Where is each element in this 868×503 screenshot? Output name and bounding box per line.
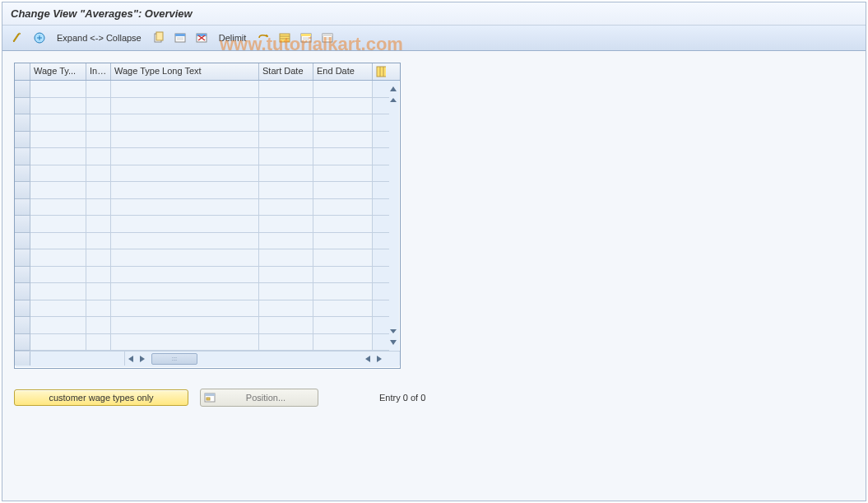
scroll-page-up-icon[interactable] (388, 94, 398, 104)
table-row[interactable] (15, 132, 400, 149)
svg-marker-29 (128, 356, 133, 362)
table-row[interactable] (15, 233, 400, 250)
expand-collapse-label[interactable]: Expand <-> Collapse (52, 33, 146, 43)
scroll-left-start-icon[interactable] (126, 354, 136, 364)
table-row[interactable] (15, 300, 400, 318)
table-row[interactable] (15, 249, 400, 267)
svg-rect-4 (175, 34, 185, 36)
scroll-left-icon[interactable] (137, 354, 147, 364)
scroll-right-end-icon[interactable] (374, 354, 384, 364)
svg-rect-15 (301, 34, 311, 36)
svg-marker-27 (390, 329, 397, 333)
col-header-start-date[interactable]: Start Date (259, 63, 313, 80)
customer-wage-types-button[interactable]: customer wage types only (14, 389, 188, 406)
svg-rect-22 (377, 67, 386, 77)
copy-icon[interactable] (150, 30, 168, 45)
grid-header-row: Wage Ty... Inf... Wage Type Long Text St… (15, 63, 400, 81)
scroll-right-icon[interactable] (363, 354, 373, 364)
position-button-label: Position... (220, 393, 311, 403)
col-header-inf[interactable]: Inf... (86, 63, 111, 80)
table-row[interactable] (15, 81, 400, 98)
page-title: Change View "Averages": Overview (2, 2, 866, 26)
undo-change-icon[interactable] (254, 30, 272, 45)
table-row[interactable] (15, 182, 400, 199)
table-row[interactable] (15, 334, 400, 352)
deselect-all-icon[interactable] (318, 30, 337, 45)
grid-body (15, 81, 400, 351)
new-entries-icon[interactable] (171, 30, 189, 45)
svg-marker-25 (390, 86, 397, 91)
configure-columns-icon[interactable] (373, 63, 389, 80)
other-view-icon[interactable] (30, 30, 49, 45)
delimit-label[interactable]: Delimit (214, 33, 252, 43)
table-row[interactable] (15, 283, 400, 300)
horizontal-scrollbar[interactable]: ::: (15, 351, 400, 366)
hscroll-thumb[interactable]: ::: (151, 353, 197, 365)
delete-icon[interactable] (193, 30, 211, 45)
svg-rect-11 (280, 34, 290, 42)
svg-marker-31 (365, 356, 370, 362)
svg-rect-2 (156, 32, 163, 40)
table-row[interactable] (15, 267, 400, 284)
svg-rect-34 (205, 394, 215, 396)
scroll-down-icon[interactable] (388, 338, 398, 347)
bottom-action-row: customer wage types only Position... Ent… (14, 389, 854, 407)
col-header-end-date[interactable]: End Date (313, 63, 373, 80)
scroll-page-down-icon[interactable] (388, 328, 398, 338)
content-area: Wage Ty... Inf... Wage Type Long Text St… (2, 51, 866, 418)
table-row[interactable] (15, 165, 400, 183)
table-row[interactable] (15, 98, 400, 115)
col-header-wage-type[interactable]: Wage Ty... (30, 63, 86, 80)
grid-select-all-corner[interactable] (15, 63, 30, 80)
table-row[interactable] (15, 216, 400, 233)
scroll-up-icon[interactable] (388, 84, 398, 94)
col-header-long-text[interactable]: Wage Type Long Text (111, 63, 259, 80)
table-row[interactable] (15, 114, 400, 132)
position-button[interactable]: Position... (200, 389, 318, 407)
svg-marker-26 (390, 98, 397, 102)
select-all-icon[interactable] (276, 30, 294, 45)
select-block-icon[interactable] (297, 30, 315, 45)
vertical-scrollbar[interactable] (386, 81, 400, 351)
grid-container: Wage Ty... Inf... Wage Type Long Text St… (14, 63, 401, 369)
app-window: Change View "Averages": Overview Expand … (2, 2, 866, 501)
table-row[interactable] (15, 148, 400, 165)
svg-marker-28 (390, 340, 397, 345)
svg-marker-32 (377, 356, 382, 362)
table-row[interactable] (15, 199, 400, 217)
table-row[interactable] (15, 317, 400, 334)
svg-rect-19 (323, 34, 332, 36)
position-icon (204, 392, 216, 403)
toolbar: Expand <-> Collapse Delimit (2, 26, 866, 51)
toggle-display-icon[interactable] (9, 30, 27, 45)
entry-count-status: Entry 0 of 0 (379, 393, 425, 403)
svg-marker-30 (140, 356, 145, 362)
svg-rect-35 (207, 398, 210, 400)
